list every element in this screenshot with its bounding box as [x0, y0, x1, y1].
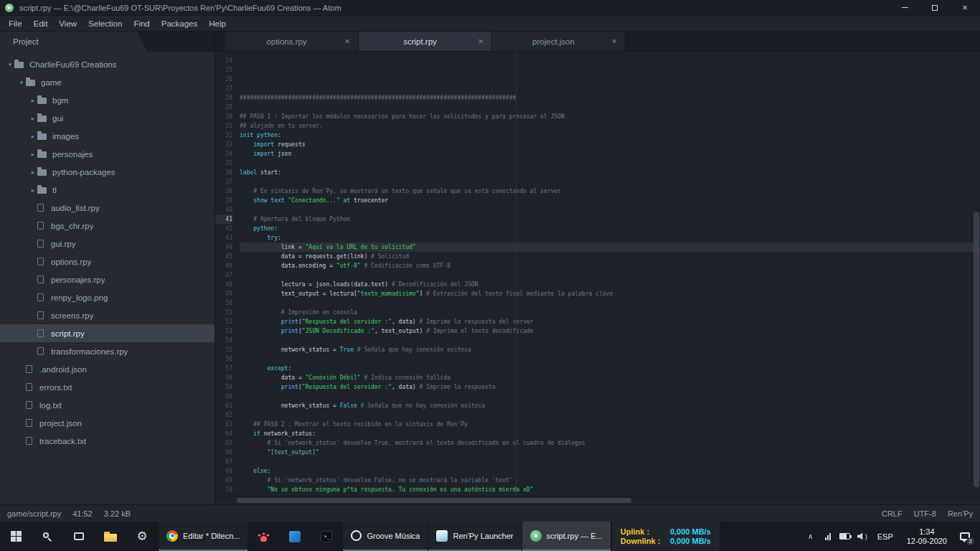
code-line[interactable]: # Si 'network_status' devuelve True, mos… [240, 438, 980, 448]
code-line[interactable]: python: [240, 224, 980, 233]
code-line[interactable] [240, 457, 980, 466]
code-line[interactable]: lectura = json.loads(data.text) # Decodi… [240, 280, 980, 289]
tab-script.rpy[interactable]: script.rpy× [359, 32, 492, 51]
minimize-icon[interactable] [890, 0, 920, 15]
code-line[interactable]: import requests [240, 140, 980, 149]
menu-item-find[interactable]: Find [128, 16, 155, 32]
code-line[interactable]: link = "Aquí va la URL de tu solicitud" [240, 242, 980, 252]
menu-item-selection[interactable]: Selection [83, 16, 128, 32]
code-line[interactable]: "No se obtuvo ninguna p*ta respuesta. Tu… [240, 485, 980, 494]
clock[interactable]: 1:34 12-09-2020 [900, 527, 954, 546]
code-line[interactable]: # Apertura del bloque Python [240, 215, 980, 224]
horizontal-scrollbar-thumb[interactable] [237, 498, 631, 503]
tree-item-python-packages[interactable]: ▸python-packages [0, 163, 215, 181]
tree-item-project.json[interactable]: project.json [0, 414, 215, 432]
taskbar-renpy-window[interactable]: Ren'Py Launcher [428, 522, 521, 551]
code-line[interactable] [240, 298, 980, 308]
volume-button[interactable]: ) [854, 522, 871, 551]
code-line[interactable]: if network_status: [240, 429, 980, 438]
status-grammar[interactable]: Ren'Py [948, 509, 973, 518]
code-line[interactable]: ## PASO 1 : Importar los módulos necesar… [240, 112, 980, 121]
network-monitor[interactable]: Uplink : 0,000 MB/s Downlink : 0,000 MB/… [612, 522, 720, 551]
tree-item-personajes[interactable]: ▸personajes [0, 145, 215, 163]
tab-options.rpy[interactable]: options.rpy× [225, 32, 359, 51]
code-line[interactable]: data.encoding = "utf-8" # Codificación c… [240, 261, 980, 270]
code-line[interactable]: # Si 'network_status' devuelve False, no… [240, 476, 980, 485]
tree-item-traceback.txt[interactable]: traceback.txt [0, 432, 215, 450]
tree-item-transformaciones.rpy[interactable]: transformaciones.rpy [0, 342, 215, 360]
search-button[interactable] [32, 522, 63, 551]
paw-app-button[interactable] [248, 522, 279, 551]
blue-app-button[interactable] [279, 522, 311, 551]
tab-project.json[interactable]: project.json× [492, 32, 626, 51]
tree-item-bgm[interactable]: ▸bgm [0, 91, 215, 109]
tree-item-.android.json[interactable]: .android.json [0, 360, 215, 378]
status-encoding[interactable]: UTF-8 [914, 509, 936, 518]
code-line[interactable]: else: [240, 466, 980, 476]
vertical-scrollbar-thumb[interactable] [974, 212, 979, 487]
code-line[interactable]: print("Respuesta del servidor :", data) … [240, 317, 980, 326]
code-line[interactable]: init python: [240, 131, 980, 140]
close-tab-icon[interactable]: × [342, 36, 352, 47]
battery-button[interactable] [837, 522, 854, 551]
file-explorer-button[interactable] [95, 522, 126, 551]
notifications-button[interactable]: 2 [954, 522, 976, 551]
status-line-ending[interactable]: CRLF [882, 509, 903, 518]
start-button[interactable] [0, 522, 32, 551]
tree-item-images[interactable]: ▸images [0, 127, 215, 145]
code-line[interactable]: text_output = lectura["texto_mamadisimo"… [240, 289, 980, 298]
code-line[interactable]: # Impresión en consola [240, 308, 980, 317]
settings-button[interactable]: ⚙ [126, 522, 158, 551]
menu-item-help[interactable]: Help [203, 16, 232, 32]
code-line[interactable]: network_status = False # Señala que no h… [240, 401, 980, 410]
taskbar-groove-window[interactable]: Groove Música [343, 522, 428, 551]
tree-item-errors.txt[interactable]: errors.txt [0, 378, 215, 396]
code-line[interactable] [240, 159, 980, 168]
taskbar-atom-window[interactable]: script.rpy — E... [522, 522, 611, 551]
tree-item-personajes.rpy[interactable]: personajes.rpy [0, 270, 215, 288]
code-line[interactable]: data = requests.get(link) # Solicitud [240, 252, 980, 261]
tree-item-tl[interactable]: ▸tl [0, 181, 215, 199]
network-signal-button[interactable] [819, 522, 837, 551]
tree-item-game[interactable]: ▾game [0, 73, 215, 91]
code-line[interactable] [240, 205, 980, 215]
code-line[interactable] [240, 103, 980, 112]
code-line[interactable] [240, 270, 980, 280]
code-line[interactable] [240, 84, 980, 93]
tree-item-screens.rpy[interactable]: screens.rpy [0, 306, 215, 324]
maximize-icon[interactable] [920, 0, 950, 15]
code-line[interactable]: # En sintaxis de Ren'Py, se mostrará un … [240, 187, 980, 196]
close-icon[interactable]: × [950, 0, 980, 15]
task-view-button[interactable] [63, 522, 95, 551]
menu-item-edit[interactable]: Edit [28, 16, 54, 32]
horizontal-scrollbar[interactable] [215, 496, 980, 504]
menu-item-packages[interactable]: Packages [156, 16, 204, 32]
editor[interactable]: 2425262728293031323334353637383940414243… [215, 52, 980, 496]
code-line[interactable]: "[text_output]" [240, 448, 980, 457]
vertical-scrollbar[interactable] [973, 52, 980, 496]
code-line[interactable]: ## PASO 2 : Mostrar el texto recibido en… [240, 420, 980, 429]
code-line[interactable]: except: [240, 364, 980, 373]
code-line[interactable]: print("JSON Decodificado :", text_output… [240, 326, 980, 336]
tree-item-script.rpy[interactable]: script.rpy [0, 324, 215, 342]
menu-item-file[interactable]: File [3, 16, 28, 32]
language-indicator[interactable]: ESP [871, 522, 900, 551]
code-line[interactable]: label start: [240, 168, 980, 177]
menu-item-view[interactable]: View [53, 16, 83, 32]
code-line[interactable]: data = "Conexión Débil" # Indica conexió… [240, 373, 980, 382]
tree-item-audio_list.rpy[interactable]: audio_list.rpy [0, 199, 215, 217]
tree-item-gui.rpy[interactable]: gui.rpy [0, 235, 215, 253]
status-cursor-position[interactable]: 41:52 [72, 509, 93, 518]
code-line[interactable] [240, 392, 980, 401]
close-tab-icon[interactable]: × [476, 36, 486, 47]
tree-item-renpy_logo.png[interactable]: renpy_logo.png [0, 288, 215, 306]
taskbar-chrome-window[interactable]: Editar * Ditecn... [159, 522, 248, 551]
console-app-button[interactable]: >_ [311, 522, 342, 551]
code-line[interactable]: ########################################… [240, 93, 980, 103]
tree-item-options.rpy[interactable]: options.rpy [0, 253, 215, 270]
hidden-icons-chevron-icon[interactable]: ∧ [802, 522, 819, 551]
tree-item-CharlieFuu69-Creations[interactable]: ▾CharlieFuu69 Creations [0, 55, 215, 73]
tree-item-log.txt[interactable]: log.txt [0, 396, 215, 414]
code-line[interactable]: show text "Conectando..." at truecenter [240, 196, 980, 205]
code-line[interactable]: ## alojado en tu server. [240, 121, 980, 131]
